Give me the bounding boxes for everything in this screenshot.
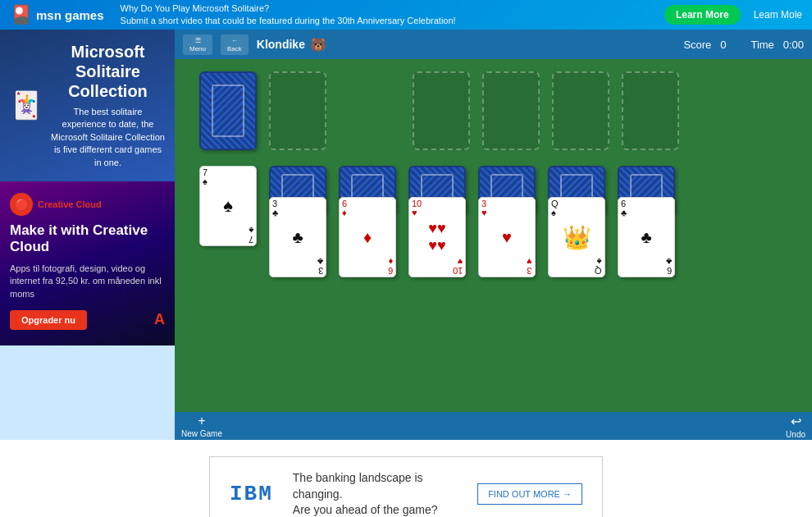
undo-icon: ↩ — [791, 414, 801, 429]
bottom-ad-inner: IBM The banking landscape is changing. A… — [209, 456, 603, 517]
promo-title: Microsoft Solitaire Collection — [51, 42, 165, 101]
ad-logo-text: Creative Cloud — [38, 199, 102, 209]
learn-more-button[interactable]: Learn More — [664, 5, 741, 25]
ibm-logo: IBM — [230, 482, 273, 506]
time-display: Time 0:00 — [750, 39, 804, 51]
game-area: ☰ Menu ← Back Klondike 🐻 Score 0 Time — [175, 30, 812, 440]
hamburger-icon: ☰ — [195, 37, 201, 44]
new-game-button[interactable]: + New Game — [181, 414, 222, 438]
promo-description: The best solitaire experience to date, t… — [51, 106, 165, 169]
msn-logo-icon: 🎴 — [10, 4, 32, 25]
game-table[interactable]: 7♠ ♠ 7♠ 3♣ ♣ 3♣ 6♦ — [175, 59, 812, 412]
score-area: Score 0 Time 0:00 — [683, 39, 804, 51]
game-promo-banner: 🃏 Microsoft Solitaire Collection The bes… — [0, 30, 175, 181]
card-back-pattern — [201, 73, 255, 149]
adobe-icon: A — [154, 311, 165, 328]
top-banner-left: 🎴 msn games — [10, 4, 104, 25]
card-pip-center: ♠ — [223, 195, 233, 217]
msn-logo-text: msn games — [36, 8, 104, 22]
foundation-slot-4[interactable] — [622, 71, 679, 150]
undo-label: Undo — [786, 430, 805, 439]
ad-banner: 🔴 Creative Cloud Make it with Creative C… — [0, 181, 175, 345]
foundation-slot-3[interactable] — [552, 71, 609, 150]
ad-cta-button[interactable]: Opgrader nu — [10, 310, 87, 330]
menu-label: Menu — [189, 45, 206, 53]
card-pip-center-6c: ♣ — [641, 228, 651, 247]
ad-cta-row: Opgrader nu A — [10, 310, 165, 330]
waste-pile-slot[interactable] — [269, 71, 326, 150]
game-title: Klondike 🐻 — [257, 37, 326, 53]
back-button[interactable]: ← Back — [221, 34, 249, 55]
bear-icon: 🐻 — [310, 37, 326, 53]
ad-body: Apps til fotografi, design, video og int… — [10, 263, 165, 300]
find-out-button[interactable]: FIND OUT MORE → — [477, 483, 582, 505]
time-value: 0:00 — [783, 39, 804, 51]
back-label: Back — [227, 45, 242, 53]
game-bottom-bar: + New Game ↩ Undo — [175, 412, 812, 440]
foundation-slot-2[interactable] — [482, 71, 540, 150]
card-pip-center-6d: ♦ — [363, 228, 372, 247]
card-7-spades[interactable]: 7♠ ♠ 7♠ — [199, 166, 257, 246]
game-title-text: Klondike — [257, 38, 305, 51]
promo-text: Microsoft Solitaire Collection The best … — [51, 42, 165, 169]
new-game-label: New Game — [181, 429, 222, 438]
card-10-hearts[interactable]: 10♥ ♥♥♥♥ 10♥ — [408, 197, 466, 277]
card-back-ornament — [212, 85, 244, 137]
foundation-slot-1[interactable] — [413, 71, 470, 150]
score-value: 0 — [720, 39, 726, 51]
back-arrow-icon: ← — [231, 37, 238, 44]
card-fan-icon: 🃏 — [10, 89, 43, 121]
game-toolbar: ☰ Menu ← Back Klondike 🐻 Score 0 Time — [175, 30, 812, 59]
stock-pile[interactable] — [199, 71, 257, 150]
promo-line1: Why Do You Play Microsoft Solitaire? — [121, 2, 648, 15]
undo-button[interactable]: ↩ Undo — [786, 414, 805, 439]
card-face-queen: 👑 — [563, 224, 591, 251]
bottom-ad-section: IBM The banking landscape is changing. A… — [0, 440, 812, 517]
card-6-diamonds[interactable]: 6♦ ♦ 6♦ — [339, 197, 396, 277]
bottom-ad-line2: Are you ahead of the game? — [293, 502, 458, 517]
menu-button[interactable]: ☰ Menu — [183, 34, 212, 55]
card-pip-center-3h: ♥ — [502, 228, 512, 247]
top-banner: 🎴 msn games Why Do You Play Microsoft So… — [0, 0, 812, 30]
card-pip-center-3c: ♣ — [292, 228, 303, 247]
score-display: Score 0 — [683, 39, 726, 51]
bottom-ad-text: The banking landscape is changing. Are y… — [293, 470, 458, 517]
card-pip-center-10h: ♥♥♥♥ — [428, 220, 445, 254]
ad-headline: Make it with Creative Cloud — [10, 222, 165, 256]
score-label: Score — [683, 39, 711, 51]
bottom-ad-line1: The banking landscape is changing. — [293, 470, 458, 502]
ad-logo: 🔴 Creative Cloud — [10, 193, 165, 216]
card-3-clubs[interactable]: 3♣ ♣ 3♣ — [269, 197, 326, 277]
main-layout: 🃏 Microsoft Solitaire Collection The bes… — [0, 30, 812, 440]
msn-logo: 🎴 msn games — [10, 4, 104, 25]
new-game-icon: + — [198, 414, 205, 428]
card-3-hearts[interactable]: 3♥ ♥ 3♥ — [478, 197, 536, 277]
card-6-clubs[interactable]: 6♣ ♣ 6♣ — [618, 197, 675, 277]
promo-line2: Submit a short video that could be featu… — [121, 15, 648, 27]
time-label: Time — [750, 39, 773, 51]
adobe-circle-icon: 🔴 — [10, 193, 33, 216]
left-sidebar: 🃏 Microsoft Solitaire Collection The bes… — [0, 30, 175, 440]
user-name: Leam Mole — [754, 9, 802, 21]
card-queen-spades[interactable]: Q♠ 👑 Q♠ — [548, 197, 605, 277]
top-banner-center: Why Do You Play Microsoft Solitaire? Sub… — [104, 2, 664, 28]
